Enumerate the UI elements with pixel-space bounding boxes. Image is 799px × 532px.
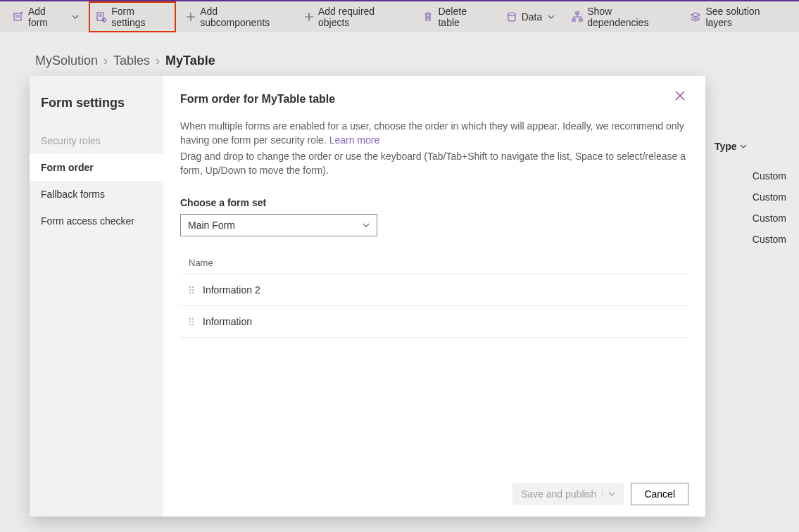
sidebar-item-fallback-forms[interactable]: Fallback forms — [30, 181, 163, 208]
svg-point-17 — [189, 324, 191, 325]
save-split-chevron — [602, 490, 615, 498]
svg-point-16 — [192, 321, 194, 322]
list-item[interactable]: Information 2 — [180, 274, 688, 306]
form-set-label: Choose a form set — [180, 197, 688, 208]
svg-point-7 — [189, 286, 191, 288]
add-subcomponents-label: Add subcomponents — [200, 6, 287, 28]
close-button[interactable] — [674, 90, 691, 107]
drag-handle-icon[interactable] — [189, 317, 194, 326]
svg-point-8 — [192, 286, 194, 288]
show-dependencies-button[interactable]: Show dependencies — [565, 1, 680, 32]
svg-rect-6 — [579, 19, 582, 21]
list-item-label: Information — [203, 316, 252, 327]
form-settings-button[interactable]: Form settings — [89, 1, 176, 32]
drag-handle-icon[interactable] — [189, 286, 194, 294]
svg-point-11 — [189, 292, 191, 293]
dialog-description-2: Drag and drop to change the order or use… — [180, 150, 688, 177]
dialog-main: Form order for MyTable table When multip… — [163, 76, 705, 517]
chevron-down-icon — [363, 222, 370, 229]
svg-rect-4 — [576, 12, 579, 14]
plus-icon — [304, 12, 314, 22]
form-settings-icon — [96, 11, 107, 23]
svg-point-18 — [192, 324, 194, 325]
see-solution-layers-label: See solution layers — [705, 6, 786, 28]
svg-point-10 — [192, 289, 194, 291]
command-bar: Add form Form settings Add subcomponents… — [0, 1, 799, 32]
sidebar-item-form-access-checker[interactable]: Form access checker — [30, 208, 163, 234]
sidebar-item-form-order[interactable]: Form order — [30, 154, 163, 181]
learn-more-link[interactable]: Learn more — [329, 134, 380, 146]
sidebar-item-security-roles[interactable]: Security roles — [30, 127, 163, 154]
show-dependencies-label: Show dependencies — [587, 6, 673, 28]
svg-point-14 — [192, 318, 194, 319]
chevron-down-icon — [548, 13, 555, 20]
dialog-footer: Save and publish Cancel — [180, 474, 688, 505]
list-item-label: Information 2 — [203, 284, 260, 296]
dialog-sidebar-title: Form settings — [30, 90, 163, 127]
add-form-label: Add form — [28, 6, 66, 28]
dependencies-icon — [572, 11, 583, 23]
add-subcomponents-button[interactable]: Add subcomponents — [179, 1, 294, 32]
chevron-down-icon — [72, 13, 79, 20]
trash-icon — [422, 11, 434, 23]
dialog-sidebar: Form settings Security roles Form order … — [30, 76, 163, 517]
svg-point-12 — [192, 292, 194, 293]
svg-point-3 — [508, 13, 515, 15]
dialog-title: Form order for MyTable table — [180, 93, 688, 106]
data-button[interactable]: Data — [499, 7, 562, 27]
form-settings-label: Form settings — [111, 6, 169, 28]
layers-icon — [690, 11, 701, 23]
form-set-value: Main Form — [188, 220, 235, 231]
delete-table-button[interactable]: Delete table — [415, 1, 496, 32]
form-list-header: Name — [180, 252, 688, 274]
cancel-button[interactable]: Cancel — [631, 483, 688, 505]
chevron-down-icon — [608, 490, 615, 498]
form-set-select[interactable]: Main Form — [180, 214, 377, 236]
add-required-objects-label: Add required objects — [318, 6, 406, 28]
svg-rect-5 — [572, 19, 575, 21]
add-required-objects-button[interactable]: Add required objects — [297, 1, 413, 32]
data-label: Data — [522, 11, 543, 23]
svg-point-13 — [189, 318, 191, 319]
close-icon — [674, 90, 686, 101]
save-label: Save and publish — [521, 488, 596, 500]
save-and-publish-button: Save and publish — [512, 483, 624, 505]
svg-point-15 — [189, 321, 191, 322]
add-form-button[interactable]: Add form — [6, 1, 86, 32]
plus-icon — [186, 12, 196, 22]
svg-point-9 — [189, 289, 191, 291]
data-icon — [506, 11, 517, 23]
delete-table-label: Delete table — [438, 6, 489, 28]
add-form-icon — [13, 11, 24, 23]
list-item[interactable]: Information — [180, 306, 688, 338]
see-solution-layers-button[interactable]: See solution layers — [683, 1, 793, 32]
form-settings-dialog: Form settings Security roles Form order … — [30, 76, 705, 517]
dialog-description-1: When multiple forms are enabled for a us… — [180, 120, 688, 147]
